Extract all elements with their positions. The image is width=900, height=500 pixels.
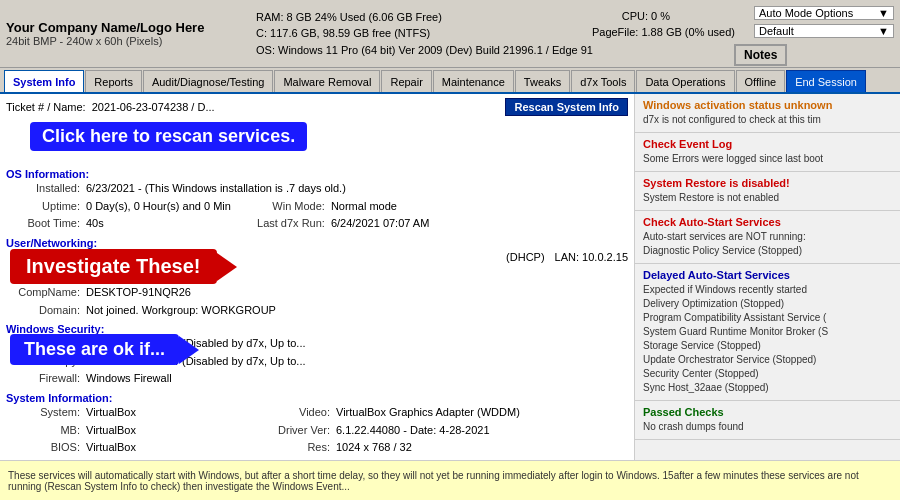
- logo-title: Your Company Name/Logo Here: [6, 20, 246, 35]
- mb-value: VirtualBox: [86, 422, 246, 440]
- check-item: System Restore is disabled!System Restor…: [635, 172, 900, 211]
- video-label: Video:: [256, 404, 336, 422]
- uptime-value: 0 Day(s), 0 Hour(s) and 0 Min: [86, 198, 231, 216]
- tab-malware-removal[interactable]: Malware Removal: [274, 70, 380, 92]
- check-desc: Auto-start services are NOT running: Dia…: [643, 230, 892, 258]
- tab-system-info[interactable]: System Info: [4, 70, 84, 92]
- dropdown-arrow2-icon: ▼: [878, 25, 889, 37]
- tab-repair[interactable]: Repair: [381, 70, 431, 92]
- logo-sub: 24bit BMP - 240w x 60h (Pixels): [6, 35, 246, 47]
- battery-value: Installed; On A/C Power: [336, 457, 520, 460]
- check-item: Delayed Auto-Start ServicesExpected if W…: [635, 264, 900, 401]
- system-stats: RAM: 8 GB 24% Used (6.06 GB Free) C: 117…: [246, 4, 734, 63]
- cpu-label: CPU:: [6, 457, 86, 460]
- os-section-title: OS Information:: [6, 168, 628, 180]
- installed-value: 6/23/2021 - (This Windows installation i…: [86, 180, 628, 198]
- bios-label: BIOS:: [6, 439, 86, 457]
- header: Your Company Name/Logo Here 24bit BMP - …: [0, 0, 900, 68]
- sys-value: VirtualBox: [86, 404, 246, 422]
- bottom-text: These services will automatically start …: [8, 470, 892, 492]
- tab-data-operations[interactable]: Data Operations: [636, 70, 734, 92]
- video-value: VirtualBox Graphics Adapter (WDDM): [336, 404, 520, 422]
- check-title: Windows activation status unknown: [643, 99, 892, 111]
- battery-label: Battery:: [256, 457, 336, 460]
- domain-value: Not joined. Workgroup: WORKGROUP: [86, 302, 628, 320]
- cpu-stat: CPU: 0 %: [622, 8, 670, 25]
- sysinfo-section: System Information: System: VirtualBox M…: [6, 392, 628, 460]
- check-title: Check Event Log: [643, 138, 892, 150]
- driver-label: Driver Ver:: [256, 422, 336, 440]
- tab-d7x-tools[interactable]: d7x Tools: [571, 70, 635, 92]
- auto-mode-label: Auto Mode Options: [759, 7, 853, 19]
- winmode-row: Win Mode: Normal mode: [251, 198, 429, 216]
- check-title: Check Auto-Start Services: [643, 216, 892, 228]
- ticket-label: Ticket # / Name:: [6, 101, 86, 113]
- check-desc: System Restore is not enabled: [643, 191, 892, 205]
- notes-button[interactable]: Notes: [734, 44, 787, 66]
- res-label: Res:: [256, 439, 336, 457]
- compname-value: DESKTOP-91NQR26: [86, 284, 628, 302]
- check-title: Passed Checks: [643, 406, 892, 418]
- check-item: Windows activation status unknownd7x is …: [635, 94, 900, 133]
- rescan-button[interactable]: Rescan System Info: [505, 98, 628, 116]
- winmode-value: Normal mode: [331, 198, 429, 216]
- left-panel: Ticket # / Name: 2021-06-23-074238 / D..…: [0, 94, 635, 460]
- lastd7x-row: Last d7x Run: 6/24/2021 07:07 AM: [251, 215, 429, 233]
- mb-label: MB:: [6, 422, 86, 440]
- main-content: Ticket # / Name: 2021-06-23-074238 / D..…: [0, 94, 900, 460]
- sysinfo-title: System Information:: [6, 392, 628, 404]
- check-item: Check Event LogSome Errors were logged s…: [635, 133, 900, 172]
- res-value: 1024 x 768 / 32: [336, 439, 520, 457]
- os-info-section: OS Information: Installed: 6/23/2021 - (…: [6, 168, 628, 233]
- uptime-label: Uptime:: [6, 198, 86, 216]
- auto-mode-dropdown[interactable]: Auto Mode Options ▼: [754, 6, 894, 20]
- right-controls: Auto Mode Options ▼ Default ▼ Notes: [734, 4, 894, 63]
- fw-label: Firewall:: [6, 370, 86, 388]
- check-desc: Some Errors were logged since last boot: [643, 152, 892, 166]
- ticket-value: 2021-06-23-074238 / D...: [92, 101, 215, 113]
- tab-bar: System InfoReportsAudit/Diagnose/Testing…: [0, 68, 900, 94]
- compname-label: CompName:: [6, 284, 86, 302]
- fw-row: Firewall: Windows Firewall: [6, 370, 628, 388]
- tab-end-session[interactable]: End Session: [786, 70, 866, 92]
- boot-label: Boot Time:: [6, 215, 86, 233]
- driver-value: 6.1.22.44080 - Date: 4-28-2021: [336, 422, 520, 440]
- pagefile-stat: PageFile: 1.88 GB (0% used): [592, 24, 735, 41]
- ticket-row: Ticket # / Name: 2021-06-23-074238 / D..…: [6, 98, 628, 116]
- lastd7x-label: Last d7x Run:: [251, 215, 331, 233]
- check-item: Check Auto-Start ServicesAuto-start serv…: [635, 211, 900, 264]
- boot-value: 40s: [86, 215, 231, 233]
- tab-reports[interactable]: Reports: [85, 70, 142, 92]
- dhcp-value: (DHCP): [506, 249, 545, 267]
- tab-tweaks[interactable]: Tweaks: [515, 70, 570, 92]
- check-desc: No crash dumps found: [643, 420, 892, 434]
- callout-rescan: Click here to rescan services.: [30, 122, 307, 151]
- check-desc: d7x is not configured to check at this t…: [643, 113, 892, 127]
- logo-area: Your Company Name/Logo Here 24bit BMP - …: [6, 4, 246, 63]
- callout-ok: These are ok if...: [10, 334, 179, 365]
- tab-offline[interactable]: Offline: [736, 70, 786, 92]
- winmode-label: Win Mode:: [251, 198, 331, 216]
- check-title: System Restore is disabled!: [643, 177, 892, 189]
- check-title: Delayed Auto-Start Services: [643, 269, 892, 281]
- boot-row: Boot Time: 40s: [6, 215, 231, 233]
- default-label: Default: [759, 25, 794, 37]
- installed-row: Installed: 6/23/2021 - (This Windows ins…: [6, 180, 628, 198]
- tab-maintenance[interactable]: Maintenance: [433, 70, 514, 92]
- callout-investigate: Investigate These!: [10, 249, 217, 284]
- net-title: User/Networking:: [6, 237, 628, 249]
- dropdown-arrow-icon: ▼: [878, 7, 889, 19]
- default-dropdown[interactable]: Default ▼: [754, 24, 894, 38]
- right-panel: Windows activation status unknownd7x is …: [635, 94, 900, 460]
- uptime-row: Uptime: 0 Day(s), 0 Hour(s) and 0 Min: [6, 198, 231, 216]
- compname-row: CompName: DESKTOP-91NQR26: [6, 284, 628, 302]
- lastd7x-value: 6/24/2021 07:07 AM: [331, 215, 429, 233]
- bios-value: VirtualBox: [86, 439, 246, 457]
- domain-label: Domain:: [6, 302, 86, 320]
- cpu-value: Intel(R) Core(TM) i9-9900K CPU @ 3.60GHz: [86, 457, 246, 460]
- os-stat: OS: Windows 11 Pro (64 bit) Ver 2009 (De…: [256, 42, 734, 59]
- lan-value: LAN: 10.0.2.15: [555, 249, 628, 267]
- fw-value: Windows Firewall: [86, 370, 628, 388]
- tab-audit-diagnose-testing[interactable]: Audit/Diagnose/Testing: [143, 70, 274, 92]
- sys-label: System:: [6, 404, 86, 422]
